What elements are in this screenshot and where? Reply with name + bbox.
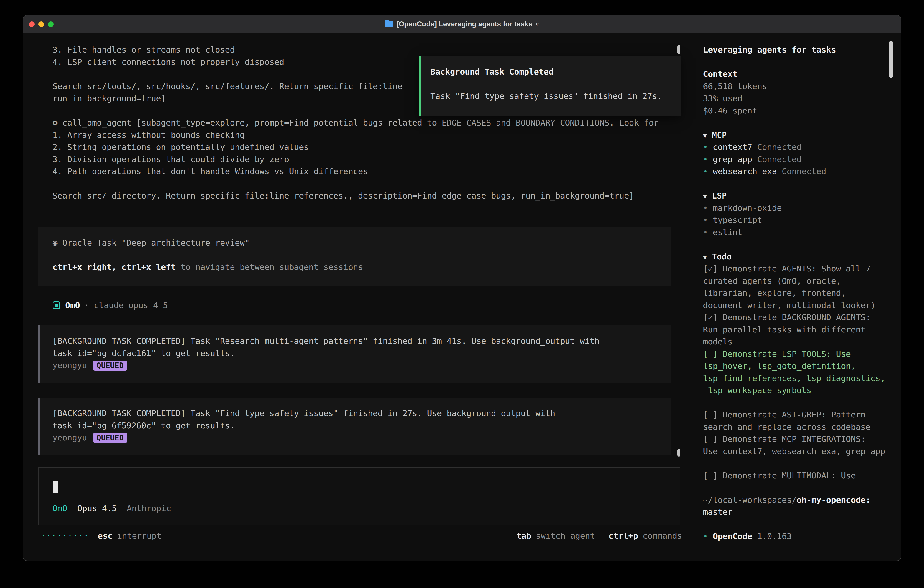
context-used: 33% used: [703, 92, 901, 105]
agent-model: · claude-opus-4-5: [84, 301, 168, 310]
terminal-line: 4. Path operations that don't handle Win…: [53, 165, 659, 178]
ctrlp-key-hint: ctrl+p: [609, 531, 638, 540]
message-line: task_id="bg_6f59260c" to get results.: [53, 420, 671, 432]
terminal-line: [53, 178, 659, 190]
context-spent: $0.46 spent: [703, 105, 901, 117]
todo-line: librarian, explore, frontend,: [703, 287, 901, 299]
todo-line: lsp_hover, lsp_goto_definition,: [703, 360, 901, 372]
folder-icon: [385, 21, 393, 27]
terminal-line: 2. String operations on potentially unde…: [53, 141, 659, 153]
model-line: OmOOpus 4.5Anthropic: [53, 504, 171, 513]
chevron-down-icon: ▼: [703, 253, 707, 261]
message-user: yeongyu: [53, 361, 87, 370]
chat-scrollbar-thumb[interactable]: [677, 449, 680, 457]
todo-line: [✓] Demonstrate AGENTS: Show all 7: [703, 263, 901, 275]
prompt-input[interactable]: OmOOpus 4.5Anthropic: [38, 467, 680, 525]
zoom-button[interactable]: [48, 21, 54, 27]
oracle-task-panel: ◉ Oracle Task "Deep architecture review"…: [38, 227, 671, 286]
terminal-line: 3. File handles or streams not closed: [53, 44, 659, 56]
todo-line: Run parallel tasks with different: [703, 324, 901, 336]
context-tokens: 66,518 tokens: [703, 80, 901, 92]
todo-line: Use context7, websearch_exa, grep_app: [703, 445, 901, 458]
input-provider: Anthropic: [127, 504, 171, 513]
status-badge: QUEUED: [93, 361, 127, 371]
message-meta: yeongyuQUEUED: [53, 359, 671, 372]
oracle-task-title: ◉ Oracle Task "Deep architecture review": [53, 237, 671, 249]
tab-key-label: switch agent: [536, 531, 595, 540]
input-agent: OmO: [53, 504, 67, 513]
ctrlp-key-label: commands: [643, 531, 682, 540]
message-line: task_id="bg_dcfac161" to get results.: [53, 347, 671, 360]
tab-key-hint: tab: [516, 531, 531, 540]
lsp-heading[interactable]: ▼ LSP: [703, 190, 901, 202]
lsp-list: • markdown-oxide• typescript• eslint: [703, 202, 901, 238]
spinner-dots: ·········: [41, 531, 89, 540]
message-line: [BACKGROUND TASK COMPLETED] Task "Resear…: [53, 335, 671, 347]
message-block: [BACKGROUND TASK COMPLETED] Task "Find t…: [38, 398, 671, 455]
chat-scrollbar-thumb[interactable]: [677, 45, 680, 54]
context-heading: Context: [703, 68, 901, 80]
todo-heading[interactable]: ▼ Todo: [703, 251, 901, 263]
mcp-heading[interactable]: ▼ MCP: [703, 129, 901, 141]
todo-line: [ ] Demonstrate LSP TOOLS: Use: [703, 348, 901, 360]
todo-list: [✓] Demonstrate AGENTS: Show all 7curate…: [703, 263, 901, 482]
lsp-section: ▼ LSP • markdown-oxide• typescript• esli…: [703, 190, 901, 238]
todo-line: document-writer, multimodal-looker): [703, 299, 901, 312]
text-cursor: [53, 481, 58, 493]
todo-line: [ ] Demonstrate MULTIMODAL: Use: [703, 469, 901, 482]
status-right: tabswitch agentctrl+pcommands: [516, 531, 682, 540]
bullet-icon: •: [703, 532, 713, 541]
message-meta: yeongyuQUEUED: [53, 431, 671, 444]
mcp-list: • context7 Connected• grep_app Connected…: [703, 141, 901, 178]
terminal-line: ⚙ call_omo_agent [subagent_type=explore,…: [53, 117, 659, 129]
sidebar: Leveraging agents for tasks Context 66,5…: [693, 33, 901, 561]
mcp-item: • websearch_exa Connected: [703, 165, 901, 178]
todo-line: lsp_workspace_symbols: [703, 384, 901, 396]
terminal-line: Search src/ directory. Return specific f…: [53, 190, 659, 202]
todo-line: [703, 396, 901, 409]
background-task-toast: Background Task Completed Task "Find typ…: [419, 56, 681, 116]
chevron-down-icon: ▼: [703, 132, 707, 139]
esc-key-label: interrupt: [117, 531, 162, 540]
progress-icon: ◐: [535, 20, 539, 28]
version-section: • OpenCode 1.0.163: [703, 530, 901, 543]
hint-keys: ctrl+x right, ctrl+x left: [53, 263, 176, 272]
sidebar-scrollbar-thumb[interactable]: [889, 41, 893, 78]
mcp-item: • context7 Connected: [703, 141, 901, 153]
todo-line: [✓] Demonstrate BACKGROUND AGENTS:: [703, 311, 901, 324]
app-version: 1.0.163: [752, 532, 792, 541]
desktop: [OpenCode] Leveraging agents for tasks ◐…: [0, 0, 924, 588]
message-block: [BACKGROUND TASK COMPLETED] Task "Resear…: [38, 325, 671, 383]
todo-line: [ ] Demonstrate AST-GREP: Pattern: [703, 409, 901, 421]
message-user: yeongyu: [53, 433, 87, 442]
chevron-down-icon: ▼: [703, 192, 707, 200]
minimize-button[interactable]: [38, 21, 44, 27]
lsp-item: • typescript: [703, 214, 901, 226]
app-name: OpenCode: [713, 532, 752, 541]
todo-line: search and replace across codebase: [703, 421, 901, 433]
todo-line: models: [703, 335, 901, 348]
todo-line: [ ] Demonstrate MCP INTEGRATIONS:: [703, 433, 901, 445]
workspace-branch: master: [703, 506, 901, 518]
window-titlebar[interactable]: [OpenCode] Leveraging agents for tasks ◐: [23, 15, 901, 33]
status-bar: ·········escinterrupt tabswitch agentctr…: [41, 530, 682, 542]
status-left: ·········escinterrupt: [41, 531, 162, 540]
hint-text: to navigate between subagent sessions: [176, 263, 363, 272]
mcp-section: ▼ MCP • context7 Connected• grep_app Con…: [703, 129, 901, 178]
close-button[interactable]: [29, 21, 35, 27]
todo-section: ▼ Todo [✓] Demonstrate AGENTS: Show all …: [703, 251, 901, 482]
esc-key-hint: esc: [98, 531, 112, 540]
terminal-line: 1. Array access without bounds checking: [53, 129, 659, 141]
message-line: [BACKGROUND TASK COMPLETED] Task "Find t…: [53, 407, 671, 420]
oracle-task-hint: ctrl+x right, ctrl+x left to navigate be…: [53, 261, 671, 273]
todo-line: curated agents (OmO, oracle,: [703, 275, 901, 287]
lsp-item: • eslint: [703, 226, 901, 238]
toast-title: Background Task Completed: [431, 66, 674, 78]
workspace-section: ~/local-workspaces/oh-my-opencode: maste…: [703, 494, 901, 518]
input-model: Opus 4.5: [77, 504, 117, 513]
window-title: [OpenCode] Leveraging agents for tasks ◐: [385, 20, 540, 28]
agent-header: OmO · claude-opus-4-5: [53, 299, 168, 311]
terminal-line: 3. Division operations that could divide…: [53, 153, 659, 165]
context-section: Context 66,518 tokens 33% used $0.46 spe…: [703, 68, 901, 117]
status-badge: QUEUED: [93, 433, 127, 443]
